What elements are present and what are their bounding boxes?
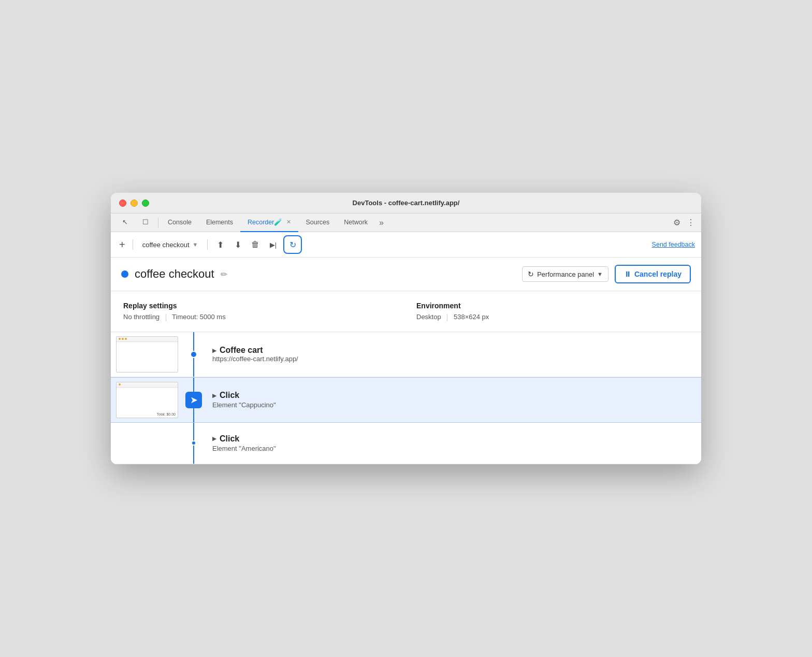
minimize-button[interactable] <box>130 199 138 207</box>
dimensions-value: 538×624 px <box>454 313 489 321</box>
pause-icon: ⏸ <box>624 270 631 278</box>
devtools-window: DevTools - coffee-cart.netlify.app/ ↖ ☐ … <box>111 193 701 464</box>
flask-icon: 🧪 <box>274 218 282 226</box>
performance-panel-button[interactable]: ↻ Performance panel ▼ <box>522 266 608 282</box>
performance-panel-chevron-icon: ▼ <box>597 271 603 277</box>
settings-icon[interactable]: ⚙ <box>669 218 685 227</box>
more-tabs-button[interactable]: » <box>375 218 388 227</box>
thumbnail-header <box>117 337 178 342</box>
title-bar: DevTools - coffee-cart.netlify.app/ <box>111 193 701 213</box>
recording-status-dot <box>121 270 128 278</box>
thumb-dot-4 <box>119 383 121 385</box>
recording-name-label: coffee checkout <box>142 241 190 249</box>
toolbar-divider-2 <box>207 239 208 250</box>
thumb-dot-2 <box>122 338 124 340</box>
settings-grid: Replay settings No throttling Timeout: 5… <box>123 302 689 321</box>
step-item-3[interactable]: ▶ Click Element "Americano" <box>111 423 701 464</box>
close-button[interactable] <box>119 199 126 207</box>
connector-dot-3 <box>191 440 196 446</box>
tab-console-label: Console <box>168 219 192 226</box>
step-1-title: Coffee cart <box>220 346 263 355</box>
step-2-expand-icon[interactable]: ▶ <box>212 393 216 398</box>
maximize-button[interactable] <box>142 199 149 207</box>
step-1-expand-icon[interactable]: ▶ <box>212 348 216 353</box>
devtools-tab-bar: ↖ ☐ Console Elements Recorder 🧪 ✕ Source… <box>111 213 701 232</box>
step-2-thumbnail-img: Total: $0.00 <box>116 382 178 418</box>
performance-panel-label: Performance panel <box>537 270 594 278</box>
step-3-thumbnail <box>111 423 183 464</box>
export-recording-button[interactable]: ⬆ <box>213 237 227 252</box>
delete-recording-button[interactable]: 🗑 <box>248 237 263 252</box>
step-2-thumbnail-footer: Total: $0.00 <box>156 412 177 417</box>
send-feedback-button[interactable]: Send feedback <box>652 241 695 248</box>
step-item-2[interactable]: Total: $0.00 ➤ ▶ Click Element "Cappucin… <box>111 377 701 423</box>
replay-settings-values: No throttling Timeout: 5000 ms <box>123 313 396 321</box>
cursor-tool[interactable]: ↖ <box>115 213 135 232</box>
toolbar-divider-1 <box>133 239 133 250</box>
step-2-thumbnail: Total: $0.00 <box>111 378 183 422</box>
cursor-icon: ↖ <box>122 218 128 226</box>
throttling-value: No throttling <box>123 313 160 321</box>
tab-recorder[interactable]: Recorder 🧪 ✕ <box>240 213 298 232</box>
tab-divider <box>158 218 158 228</box>
step-2-arrow-icon: ➤ <box>190 394 198 406</box>
edit-recording-name-icon[interactable]: ✏ <box>221 269 227 279</box>
step-3-content: ▶ Click Element "Americano" <box>204 423 701 464</box>
more-options-icon[interactable]: ⋮ <box>685 218 697 227</box>
recording-name-selector[interactable]: coffee checkout ▼ <box>138 239 202 251</box>
step-2-detail: Element "Cappucino" <box>212 401 693 409</box>
environment-values: Desktop 538×624 px <box>416 313 689 321</box>
replay-recording-button[interactable]: ↻ <box>283 235 302 254</box>
step-1-thumbnail-img <box>116 336 178 373</box>
timeout-value: Timeout: 5000 ms <box>172 313 226 321</box>
step-item-1[interactable]: ▶ Coffee cart https://coffee-cart.netlif… <box>111 332 701 377</box>
tab-sources-label: Sources <box>306 219 329 226</box>
device-value: Desktop <box>416 313 441 321</box>
add-recording-button[interactable]: + <box>117 239 127 251</box>
step-3-connector <box>183 423 204 464</box>
recorder-toolbar: + coffee checkout ▼ ⬆ ⬇ 🗑 ▶| ↻ Send feed… <box>111 232 701 258</box>
step-1-url: https://coffee-cart.netlify.app/ <box>212 355 693 363</box>
thumbnail-2-header <box>117 382 178 388</box>
thumb-dot-3 <box>125 338 127 340</box>
cancel-replay-button[interactable]: ⏸ Cancel replay <box>615 265 691 283</box>
step-1-content: ▶ Coffee cart https://coffee-cart.netlif… <box>204 332 701 377</box>
connector-dot-1 <box>190 351 197 358</box>
replay-settings-group: Replay settings No throttling Timeout: 5… <box>123 302 396 321</box>
replay-icon: ↻ <box>289 240 296 250</box>
inspector-tool[interactable]: ☐ <box>135 213 156 232</box>
step-3-expand-icon[interactable]: ▶ <box>212 436 216 441</box>
tab-sources[interactable]: Sources <box>298 213 337 232</box>
tab-network-label: Network <box>344 219 368 226</box>
step-2-content: ▶ Click Element "Cappucino" <box>204 378 701 422</box>
chevron-down-icon: ▼ <box>193 241 198 248</box>
step-2-connector: ➤ <box>183 378 204 422</box>
step-2-type: ▶ Click <box>212 391 693 400</box>
step-2-active-icon: ➤ <box>185 392 202 408</box>
tab-recorder-label: Recorder <box>248 219 274 226</box>
window-title: DevTools - coffee-cart.netlify.app/ <box>353 199 460 207</box>
play-step-button[interactable]: ▶| <box>266 237 280 252</box>
cancel-replay-label: Cancel replay <box>634 270 682 278</box>
recording-title: coffee checkout <box>135 267 214 281</box>
step-1-thumbnail <box>111 332 183 377</box>
recording-header: coffee checkout ✏ ↻ Performance panel ▼ … <box>111 258 701 291</box>
play-step-icon: ▶| <box>270 241 277 249</box>
tab-console[interactable]: Console <box>161 213 199 232</box>
tab-elements[interactable]: Elements <box>199 213 240 232</box>
export-icon: ⬆ <box>217 240 224 250</box>
replay-settings-label: Replay settings <box>123 302 396 310</box>
tab-recorder-close-icon[interactable]: ✕ <box>286 219 291 225</box>
step-3-title: Click <box>220 434 239 444</box>
step-1-type: ▶ Coffee cart <box>212 346 693 355</box>
environment-label: Environment <box>416 302 689 310</box>
env-value-divider <box>447 314 447 321</box>
step-3-type: ▶ Click <box>212 434 693 444</box>
step-1-connector <box>183 332 204 377</box>
replay-settings-section: Replay settings No throttling Timeout: 5… <box>111 291 701 332</box>
performance-panel-icon: ↻ <box>528 270 534 278</box>
tab-network[interactable]: Network <box>337 213 375 232</box>
thumb-dot-1 <box>119 338 121 340</box>
download-recording-button[interactable]: ⬇ <box>230 237 245 252</box>
steps-list: ▶ Coffee cart https://coffee-cart.netlif… <box>111 332 701 464</box>
